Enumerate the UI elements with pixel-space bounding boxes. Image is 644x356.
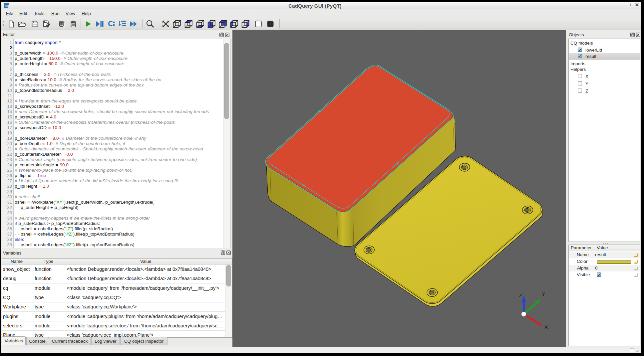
svg-text:Y: Y bbox=[542, 291, 545, 297]
svg-text:X: X bbox=[544, 324, 548, 330]
svg-text:Z: Z bbox=[519, 292, 522, 298]
